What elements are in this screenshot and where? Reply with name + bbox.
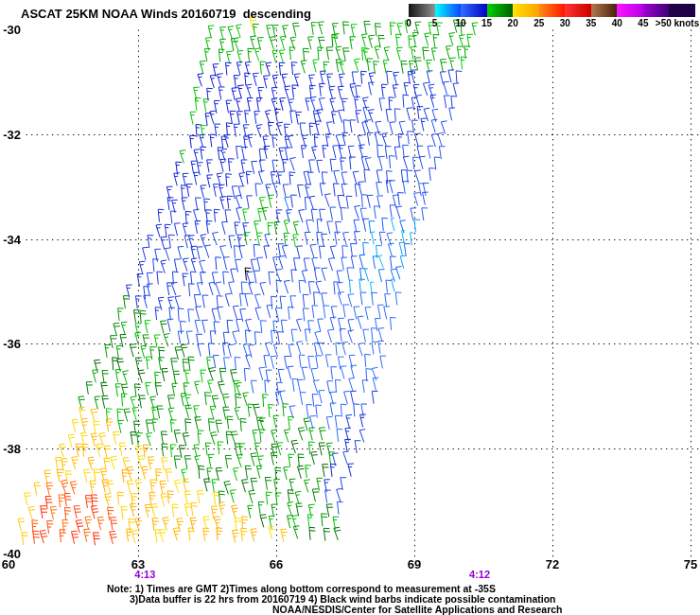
wind-barb-plot	[0, 0, 700, 615]
ascat-wind-chart: ASCAT 25KM NOAA Winds 20160719 descendin…	[0, 0, 700, 615]
colorbar-label: 30	[560, 18, 570, 28]
colorbar-label: 35	[586, 18, 596, 28]
colorbar-label: 45	[638, 18, 648, 28]
colorbar-label: 25	[534, 18, 544, 28]
y-tick-label: -34	[0, 232, 21, 246]
colorbar-label: 10	[456, 18, 466, 28]
colorbar-label: 5	[432, 18, 438, 28]
y-tick-label: -38	[0, 442, 21, 456]
colorbar-label: 40	[612, 18, 622, 28]
colorbar-label: 0	[406, 18, 411, 28]
x-tick-label: 72	[546, 557, 559, 571]
colorbar-label: 15	[481, 18, 492, 28]
y-tick-label: -36	[0, 337, 21, 351]
x-tick-label: 60	[2, 557, 15, 571]
y-tick-label: -30	[0, 23, 21, 37]
colorbar-label: >50 knots	[656, 18, 699, 28]
chart-title: ASCAT 25KM NOAA Winds 20160719 descendin…	[21, 7, 311, 21]
y-tick-label: -32	[0, 127, 21, 141]
note-line-3: NOAA/NESDIS/Center for Satellite Applica…	[272, 604, 563, 615]
x-tick-label: 69	[408, 557, 421, 571]
colorbar-label: 20	[508, 18, 518, 28]
wind-speed-colorbar	[409, 4, 695, 17]
time-label: 4:12	[469, 569, 490, 580]
time-label: 4:13	[134, 569, 155, 580]
x-tick-label: 75	[684, 557, 697, 571]
colorbar-tick-labels: 051015202530354045>50 knots	[409, 18, 700, 30]
x-tick-label: 66	[270, 557, 283, 571]
